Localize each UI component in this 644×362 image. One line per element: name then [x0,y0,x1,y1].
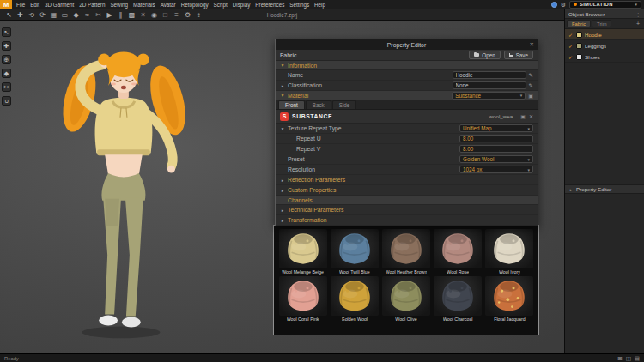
snapshot-icon[interactable]: □ [160,9,171,21]
material-preview-item[interactable]: Wool Olive [381,276,430,322]
property-editor-titlebar[interactable]: Property Editor ✕ [276,39,538,50]
pin-tool-icon[interactable]: ◆ [2,69,11,78]
move-icon[interactable]: ✚ [15,9,26,21]
name-field[interactable]: Hoodie [453,71,526,79]
hoodie-preview-thumbnail[interactable] [434,229,482,268]
menu-item[interactable]: 2D Pattern [76,2,107,8]
collapsed-triangle-icon[interactable]: ▸ [280,83,285,88]
sewing-icon[interactable]: ≈ [82,9,93,21]
menu-item[interactable]: Display [230,2,253,8]
menu-item[interactable]: Avatar [158,2,179,8]
menu-item[interactable]: Materials [131,2,158,8]
mode-selector[interactable]: SIMULATION ▾ [569,1,641,9]
object-browser-tab[interactable]: Trim [592,20,611,27]
log-panel-icon[interactable]: ▤ [635,354,640,362]
magnet-tool-icon[interactable]: ∪ [2,96,11,106]
material-preview-item[interactable]: Wool Coral Pink [278,276,327,322]
expanded-triangle-icon[interactable]: ▼ [280,126,285,131]
browse-icon[interactable]: ▣ [520,113,526,119]
texture-icon[interactable]: ▩ [126,9,137,21]
hoodie-preview-thumbnail[interactable] [331,229,379,268]
collapsed-parameter-row[interactable]: ▸ Reflection Parameters [276,175,538,185]
gear-icon[interactable]: ⚙ [561,2,566,8]
hoodie-preview-thumbnail[interactable] [331,276,379,316]
zoom-tool-icon[interactable]: ⊕ [2,55,11,64]
pin-icon[interactable]: ◆ [70,9,82,21]
resolution-dropdown[interactable]: 1024 px ▾ [459,166,533,173]
settings-icon[interactable]: ⚙ [182,9,193,21]
play-simulation-icon[interactable]: ▶ [104,9,115,21]
object-list-item[interactable]: ✓ Leggings [565,40,644,51]
rotate-view-icon[interactable]: ⟲ [26,9,37,21]
material-preview-item[interactable]: Wool Ivory [485,229,534,275]
close-icon[interactable]: ✕ [530,39,534,50]
classification-field[interactable]: None [453,81,526,89]
clear-icon[interactable]: ✕ [529,113,533,119]
camera-icon[interactable]: ◉ [149,9,160,21]
preset-dropdown[interactable]: Golden Wool ▾ [459,155,533,163]
grid-icon[interactable]: ▦ [48,9,59,21]
material-preview-item[interactable]: Floral Jacquard [485,276,534,322]
information-section-header[interactable]: ▼ Information [276,61,538,70]
menu-item[interactable]: Preferences [252,2,287,8]
channels-section-header[interactable]: Channels [276,196,538,205]
material-preview-item[interactable]: Wool Heather Brown [381,229,430,275]
collapsed-parameter-row[interactable]: ▸ Transformation [276,215,538,226]
split-view-icon[interactable]: ◫ [626,354,631,362]
edit-icon[interactable]: ✎ [529,82,533,89]
hoodie-preview-thumbnail[interactable] [485,229,533,268]
collapsed-parameter-row[interactable]: ▸ Custom Properties [276,185,538,196]
menu-item[interactable]: Edit [27,2,42,8]
substance-file-name[interactable]: wool_wea... [489,113,518,119]
material-preview-item[interactable]: Wool Twill Blue [330,229,379,275]
edit-icon[interactable]: ✎ [529,72,533,79]
collapsed-parameter-row[interactable]: ▸ Technical Parameters [276,205,538,215]
menu-item[interactable]: Settings [287,2,312,8]
light-icon[interactable]: ☀ [137,9,149,21]
hoodie-preview-thumbnail[interactable] [279,229,327,268]
account-avatar[interactable] [551,2,557,8]
material-section-header[interactable]: ▼ Material Substance ▾ ▣ [276,91,538,100]
material-preview-item[interactable]: Wool Melange Beige [278,229,327,275]
property-editor-collapsed-bar[interactable]: ▸ Property Editor [565,184,644,194]
menu-item[interactable]: Retopology [179,2,211,8]
menu-item[interactable]: Script [211,2,230,8]
pause-simulation-icon[interactable]: ∥ [115,9,126,21]
repeat-v-input[interactable]: 8.00 [459,145,533,153]
hoodie-preview-thumbnail[interactable] [434,276,482,316]
save-button[interactable]: Save [504,51,533,59]
scissors-tool-icon[interactable]: ✂ [2,82,11,92]
material-type-dropdown[interactable]: Substance ▾ [452,92,526,100]
pan-tool-icon[interactable]: ✚ [2,41,11,51]
character-render[interactable] [26,22,213,347]
add-icon[interactable]: + [634,21,642,27]
open-button[interactable]: Open [469,51,500,59]
more-options-icon[interactable]: ⋮ [635,11,641,17]
object-browser-tab[interactable]: Fabric [567,20,591,27]
object-list-item[interactable]: ✓ Hoodie [565,29,644,40]
material-preview-item[interactable]: Wool Charcoal [434,276,483,322]
menu-item[interactable]: Sewing [107,2,131,8]
surface-tab[interactable]: Front [278,100,305,109]
reset-view-icon[interactable]: ⟳ [37,9,48,21]
hoodie-preview-thumbnail[interactable] [485,276,533,316]
object-list-item[interactable]: ✓ Shoes [565,51,644,63]
visibility-check-icon[interactable]: ✓ [568,54,574,60]
material-preview-item[interactable]: Wool Rose [434,229,483,275]
fullscreen-icon[interactable]: ↕ [193,9,204,21]
pattern-icon[interactable]: ▭ [59,9,70,21]
menu-item[interactable]: File [14,2,27,8]
hoodie-preview-thumbnail[interactable] [382,276,430,316]
measure-icon[interactable]: ≡ [171,9,182,21]
surface-tab[interactable]: Side [332,100,357,109]
texture-repeat-dropdown[interactable]: Unified Map ▾ [459,124,533,132]
app-logo[interactable]: M [0,0,12,9]
hoodie-preview-thumbnail[interactable] [279,276,327,316]
object-browser-header[interactable]: Object Browser ⋮ [565,9,644,19]
visibility-check-icon[interactable]: ✓ [568,43,574,49]
menu-item[interactable]: Help [312,2,328,8]
repeat-u-input[interactable]: 8.00 [459,135,533,142]
surface-tab[interactable]: Back [306,100,331,109]
visibility-check-icon[interactable]: ✓ [568,32,574,38]
hoodie-preview-thumbnail[interactable] [382,229,430,268]
